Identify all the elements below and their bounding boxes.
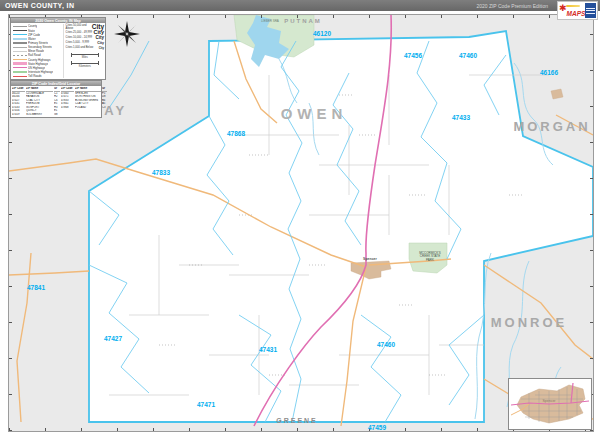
brand-logo: ✱ MAPS xyxy=(557,1,598,20)
place-label-spencer: Spencer xyxy=(363,257,377,261)
edition-label: 2020 ZIP Code Premium Edition xyxy=(476,3,548,9)
zip-label: 46120 xyxy=(313,30,331,37)
zip-label: 47433 xyxy=(452,114,470,121)
swatch-county xyxy=(13,26,27,27)
scale-bar-miles xyxy=(71,54,99,55)
county-label-morgan: MORGAN xyxy=(513,119,590,134)
swatch-minor-roads xyxy=(13,51,27,52)
compass-rose-icon xyxy=(114,21,140,47)
legend-line-items: County State ZIP Code Water Primary Stre… xyxy=(12,24,63,78)
swatch-us-highways xyxy=(13,67,27,68)
swatch-toll-roads xyxy=(13,76,27,77)
swatch-county-highways xyxy=(13,59,27,60)
zip-index-panel: ZIP Code Index/Grid Locator ZIP Code ZIP… xyxy=(10,80,102,118)
county-label-greene: GREENE xyxy=(276,417,318,424)
legend-city-items: Cities 50,000 and AboveCity Cities 25,00… xyxy=(63,24,104,78)
zip-label: 46166 xyxy=(540,69,558,76)
page-title: OWEN COUNTY, IN xyxy=(5,2,74,9)
zip-label: 47868 xyxy=(227,130,245,137)
zip-label: 47841 xyxy=(27,284,45,291)
swatch-interstate-highways xyxy=(13,71,27,74)
zip-label: 47833 xyxy=(152,169,170,176)
zip-label: 47471 xyxy=(197,401,215,408)
swatch-zipcode xyxy=(13,34,27,35)
bottom-ruler-ticks xyxy=(9,428,593,431)
zip-label: 47427 xyxy=(104,335,122,342)
zip-label: 47460 xyxy=(377,341,395,348)
inset-canvas xyxy=(509,379,591,429)
inset-map xyxy=(508,378,592,430)
logo-address-block xyxy=(585,3,596,18)
swatch-state-highways xyxy=(13,62,27,65)
inset-city-label: Spencer xyxy=(542,399,555,403)
county-label-owen: OWEN xyxy=(281,105,348,122)
swatch-state xyxy=(13,30,27,32)
place-label-lieber: LIEBER SRA xyxy=(261,19,279,23)
brand-name: MAPS xyxy=(567,10,586,17)
scale-bar-km xyxy=(71,63,99,64)
place-label-mccormick: MCCORMICK'S CREEK STATE PARK xyxy=(417,252,443,262)
zip-label: 47460 xyxy=(459,52,477,59)
zip-index-entry: 47459 xyxy=(12,113,25,117)
zip-label: 47431 xyxy=(259,346,277,353)
swatch-primary-streets xyxy=(13,42,27,43)
gold-accent xyxy=(566,5,580,7)
legend-panel: 2020 Owen County, IN Map County State ZI… xyxy=(10,17,106,80)
right-ruler-ticks xyxy=(590,15,593,431)
zip-index-table: ZIP Code ZIP Name Gr ZIP Code ZIP Name G… xyxy=(11,86,101,117)
swatch-water xyxy=(13,38,27,40)
zip-label: 47459 xyxy=(368,424,386,431)
county-label-monroe: MONROE xyxy=(491,315,568,330)
map-page: OWEN COUNTY, IN 2020 ZIP Code Premium Ed… xyxy=(0,0,600,436)
swatch-railroad xyxy=(13,55,27,56)
zip-label: 47456 xyxy=(404,52,422,59)
swatch-secondary-streets xyxy=(13,47,27,48)
county-label-putnam: PUTNAM xyxy=(284,18,322,24)
title-bar: OWEN COUNTY, IN 2020 ZIP Code Premium Ed… xyxy=(0,0,600,11)
